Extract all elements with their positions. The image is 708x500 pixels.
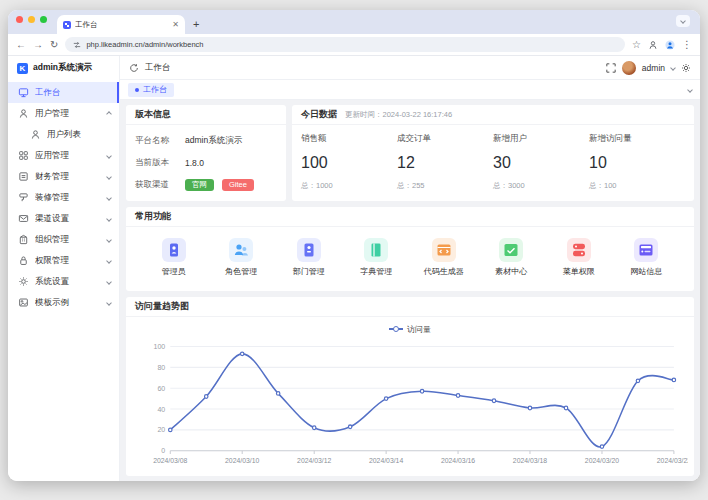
sidebar-item-label: 系统设置 [35, 276, 101, 288]
sidebar-item-3[interactable]: 应用管理 [8, 145, 119, 166]
function-item-3[interactable]: 字典管理 [343, 238, 411, 277]
user-avatar[interactable] [622, 61, 636, 75]
function-item-label: 代码生成器 [424, 266, 464, 277]
browser-menu-icon[interactable]: ⋮ [682, 40, 692, 50]
tab-title: 工作台 [75, 20, 168, 30]
sidebar-item-label: 工作台 [35, 87, 109, 99]
browser-avatar-icon[interactable] [665, 40, 675, 50]
stat-label: 成交订单 [397, 133, 493, 145]
logo-mark-icon: K [17, 63, 28, 74]
visits-trend-card: 访问量趋势图 访问量 0204060801002024/03/082024/03… [126, 297, 694, 476]
stat-total: 总：255 [397, 181, 493, 191]
stat-value: 30 [493, 154, 589, 172]
code-generator-icon [432, 238, 456, 262]
page-tabs-bar: 工作台 [120, 80, 700, 100]
bookmark-star-icon[interactable]: ☆ [632, 40, 641, 50]
workbench-content: 版本信息 平台名称 admin系统演示 当前版本 1.8.0 [120, 100, 700, 481]
forward-icon[interactable]: → [33, 40, 43, 50]
function-item-6[interactable]: 菜单权限 [545, 238, 613, 277]
stat-total: 总：1000 [301, 181, 397, 191]
function-item-0[interactable]: 管理员 [140, 238, 208, 277]
tabs-more-chevron-down-icon[interactable] [687, 87, 693, 93]
tab-search-button[interactable] [676, 15, 690, 27]
source-channel-label: 获取渠道 [135, 179, 177, 191]
svg-text:2024/03/10: 2024/03/10 [225, 457, 259, 464]
finance-icon [18, 171, 29, 182]
fullscreen-icon[interactable] [606, 63, 616, 73]
common-functions-card: 常用功能 管理员角色管理部门管理字典管理代码生成器素材中心菜单权限网站信息 [126, 207, 694, 291]
current-version-value: 1.8.0 [185, 158, 204, 168]
function-item-label: 网站信息 [630, 266, 662, 277]
window-controls [16, 10, 47, 34]
legend-label: 访问量 [407, 324, 431, 335]
sidebar-item-label: 组织管理 [35, 234, 101, 246]
function-item-label: 角色管理 [225, 266, 257, 277]
legend-marker-icon [389, 328, 403, 330]
gitee-button[interactable]: Gitee [222, 179, 254, 192]
chart-card-title: 访问量趋势图 [135, 300, 189, 313]
tab-workbench[interactable]: 工作台 [128, 83, 174, 97]
browser-tab[interactable]: 工作台 ✕ [57, 15, 185, 34]
settings-gear-icon[interactable] [681, 63, 691, 73]
svg-text:2024/03/22: 2024/03/22 [657, 457, 688, 464]
function-item-7[interactable]: 网站信息 [613, 238, 681, 277]
svg-text:2024/03/12: 2024/03/12 [297, 457, 331, 464]
address-bar[interactable]: php.likeadmin.cn/admin/workbench [65, 37, 625, 52]
stat-label: 新增用户 [493, 133, 589, 145]
close-window-button[interactable] [16, 16, 23, 23]
chevron-down-icon [106, 237, 112, 243]
tab-workbench-label: 工作台 [143, 84, 167, 95]
sidebar-item-1[interactable]: 用户管理 [8, 103, 119, 124]
sidebar-item-0[interactable]: 工作台 [8, 82, 119, 103]
tab-close-icon[interactable]: ✕ [172, 21, 179, 29]
site-settings-icon[interactable] [73, 41, 81, 49]
visits-line-chart: 0204060801002024/03/082024/03/102024/03/… [132, 338, 688, 472]
profiles-icon[interactable] [648, 40, 658, 50]
sidebar-item-label: 财务管理 [35, 171, 101, 183]
function-item-5[interactable]: 素材中心 [478, 238, 546, 277]
official-site-button[interactable]: 官网 [185, 179, 214, 192]
browser-toolbar: ← → ↻ php.likeadmin.cn/admin/workbench ☆… [8, 34, 700, 56]
minimize-window-button[interactable] [28, 16, 35, 23]
user-menu-chevron-down-icon[interactable] [670, 65, 676, 71]
svg-text:20: 20 [157, 425, 165, 434]
zoom-window-button[interactable] [40, 16, 47, 23]
sidebar-item-2[interactable]: 用户列表 [8, 124, 119, 145]
username: admin [642, 63, 665, 73]
new-tab-button[interactable]: + [193, 18, 199, 34]
platform-name-row: 平台名称 admin系统演示 [135, 135, 277, 147]
stat-total: 总：3000 [493, 181, 589, 191]
function-item-1[interactable]: 角色管理 [208, 238, 276, 277]
function-item-label: 素材中心 [495, 266, 527, 277]
app-header: 工作台 admin [120, 56, 700, 80]
stat-value: 10 [589, 154, 685, 172]
refresh-icon[interactable] [129, 63, 139, 73]
sidebar-item-6[interactable]: 渠道设置 [8, 208, 119, 229]
back-icon[interactable]: ← [16, 40, 26, 50]
function-item-label: 管理员 [162, 266, 186, 277]
function-item-4[interactable]: 代码生成器 [410, 238, 478, 277]
sidebar-item-label: 模板示例 [35, 297, 101, 309]
sidebar-item-8[interactable]: 权限管理 [8, 250, 119, 271]
browser-tabstrip: 工作台 ✕ + [8, 10, 700, 34]
sidebar-item-4[interactable]: 财务管理 [8, 166, 119, 187]
sidebar-item-5[interactable]: 装修管理 [8, 187, 119, 208]
sidebar-item-7[interactable]: 组织管理 [8, 229, 119, 250]
sidebar-item-9[interactable]: 系统设置 [8, 271, 119, 292]
stat-3: 新增访问量10总：100 [589, 129, 685, 195]
url-text: php.likeadmin.cn/admin/workbench [86, 40, 203, 49]
svg-text:80: 80 [157, 363, 165, 372]
sidebar-item-label: 权限管理 [35, 255, 101, 267]
function-item-label: 字典管理 [360, 266, 392, 277]
chart-legend[interactable]: 访问量 [126, 320, 694, 338]
stat-label: 新增访问量 [589, 133, 685, 145]
site-info-icon [634, 238, 658, 262]
sidebar-item-10[interactable]: 模板示例 [8, 292, 119, 313]
function-item-2[interactable]: 部门管理 [275, 238, 343, 277]
version-info-card: 版本信息 平台名称 admin系统演示 当前版本 1.8.0 [126, 105, 286, 201]
reload-icon[interactable]: ↻ [50, 40, 58, 50]
chevron-down-icon [106, 300, 112, 306]
app-logo[interactable]: K admin系统演示 [8, 56, 119, 80]
user-icon [18, 108, 29, 119]
material-center-icon [499, 238, 523, 262]
